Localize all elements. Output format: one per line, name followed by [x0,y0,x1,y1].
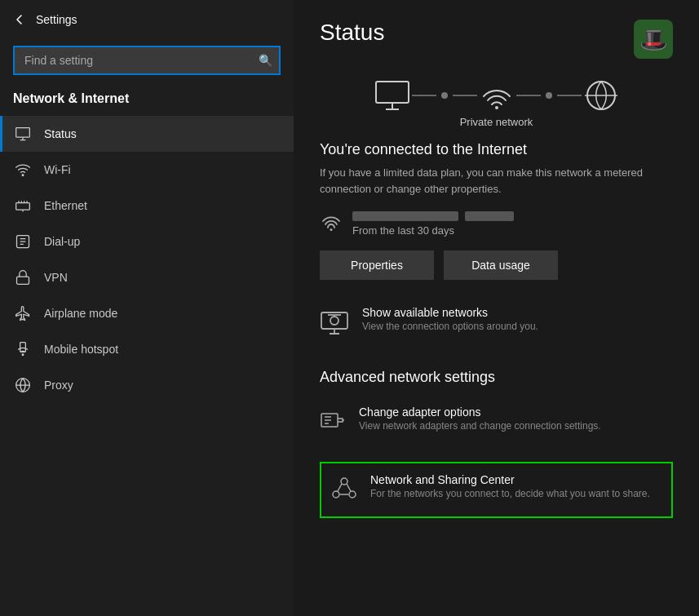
adapter-text: Change adapter options View network adap… [359,405,601,432]
sidebar-item-dialup[interactable]: Dial-up [0,224,294,259]
sidebar-item-airplane[interactable]: Airplane mode [0,295,294,331]
svg-point-16 [333,491,339,498]
usage-amount-blur [465,211,514,221]
sidebar-item-hotspot[interactable]: Mobile hotspot [0,331,294,367]
svg-rect-6 [20,343,26,352]
section-title: Network & Internet [0,85,294,116]
main-title: Status [320,20,384,46]
window-title: Settings [36,13,77,26]
nsc-title: Network and Sharing Center [370,473,650,486]
proxy-icon [13,377,33,393]
ethernet-icon [13,197,33,214]
nsc-desc: For the networks you connect to, decide … [370,488,650,499]
mascot-avatar: 🎩 [634,20,673,59]
network-sharing-center-row[interactable]: Network and Sharing Center For the netwo… [320,462,673,518]
show-networks-icon [320,308,349,343]
usage-wifi-icon [320,210,343,237]
ethernet-label: Ethernet [44,199,87,212]
proxy-label: Proxy [44,379,73,392]
wifi-label: Wi-Fi [44,163,71,176]
nsc-text: Network and Sharing Center For the netwo… [370,473,650,499]
search-box: 🔍 [13,46,281,75]
dialup-label: Dial-up [44,235,80,248]
adapter-desc: View network adapters and change connect… [359,420,601,432]
svg-point-13 [330,317,338,325]
sidebar-item-wifi[interactable]: Wi-Fi [0,152,294,188]
adapter-icon [320,407,346,439]
svg-rect-8 [376,82,409,103]
connection-line-1 [412,92,477,99]
airplane-label: Airplane mode [44,307,117,320]
svg-rect-4 [17,277,29,284]
search-input[interactable] [13,46,281,75]
svg-point-5 [22,354,24,356]
svg-point-1 [22,175,24,176]
connected-title: You're connected to the Internet [320,141,673,158]
network-label: Private network [320,116,673,128]
status-label: Status [44,127,77,140]
show-networks-desc: View the connection options around you. [362,321,538,332]
adapter-title: Change adapter options [359,405,601,419]
main-content: Status 🎩 [294,0,699,616]
sidebar-item-status[interactable]: Status [0,116,294,152]
usage-info: From the last 30 days [352,211,673,237]
network-diagram [320,78,673,113]
wifi-signal-icon [477,78,516,113]
vpn-label: VPN [44,271,68,284]
connection-line-2 [516,92,582,99]
advanced-title: Advanced network settings [320,369,673,386]
svg-point-11 [330,228,333,231]
sidebar-item-ethernet[interactable]: Ethernet [0,188,294,224]
main-header: Status 🎩 [320,20,673,59]
vpn-icon [13,269,33,286]
title-bar: Settings [0,0,294,39]
svg-rect-0 [16,128,30,138]
data-usage-button[interactable]: Data usage [444,250,558,280]
svg-rect-2 [16,203,30,210]
hotspot-label: Mobile hotspot [44,343,118,356]
usage-row: From the last 30 days [320,210,673,237]
svg-point-9 [495,106,498,109]
show-networks-title: Show available networks [362,306,538,319]
search-icon: 🔍 [259,54,272,67]
show-networks-text: Show available networks View the connect… [362,306,538,332]
svg-point-17 [349,491,356,498]
airplane-icon [13,305,33,321]
back-button[interactable] [13,13,26,26]
computer-icon [373,78,412,113]
usage-network-name-blur [352,211,458,221]
properties-button[interactable]: Properties [320,250,434,280]
dialup-icon [13,233,33,250]
connected-desc: If you have a limited data plan, you can… [320,165,673,197]
status-icon [13,126,33,142]
wifi-icon [13,162,33,178]
sidebar-item-proxy[interactable]: Proxy [0,367,294,403]
sidebar-item-vpn[interactable]: VPN [0,259,294,295]
svg-point-15 [341,478,347,485]
sidebar: Settings 🔍 Network & Internet Status Wi-… [0,0,294,616]
button-row: Properties Data usage [320,250,673,280]
show-networks-row[interactable]: Show available networks View the connect… [320,299,673,349]
change-adapter-row[interactable]: Change adapter options View network adap… [320,399,673,445]
hotspot-icon [13,341,33,357]
globe-icon [582,78,621,113]
nsc-icon [331,475,357,507]
usage-days: From the last 30 days [352,224,673,237]
